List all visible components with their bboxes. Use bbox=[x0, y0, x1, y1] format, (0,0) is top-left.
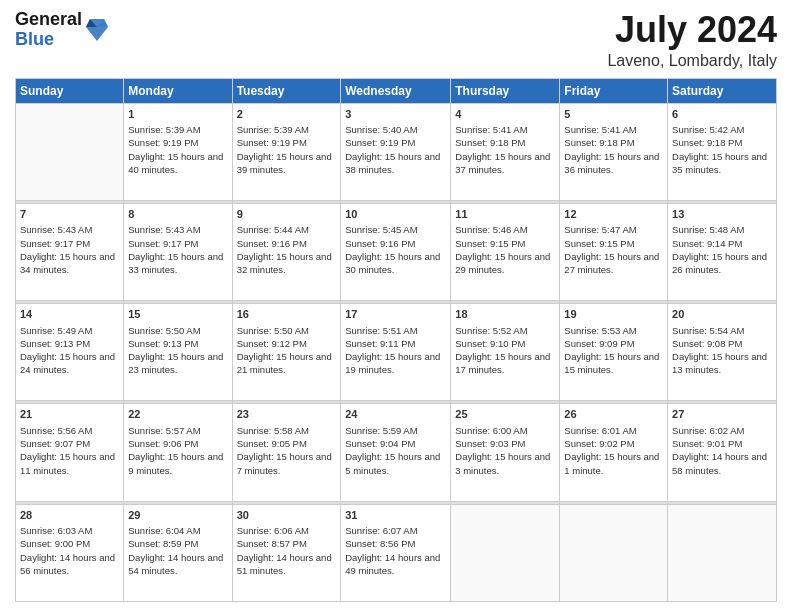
sunset-text: Sunset: 9:18 PM bbox=[672, 137, 742, 148]
weekday-header-row: Sunday Monday Tuesday Wednesday Thursday… bbox=[16, 78, 777, 103]
day-number: 25 bbox=[455, 407, 555, 422]
calendar-cell: 27Sunrise: 6:02 AMSunset: 9:01 PMDayligh… bbox=[668, 404, 777, 501]
daylight-text: Daylight: 14 hours and 58 minutes. bbox=[672, 451, 767, 475]
daylight-text: Daylight: 14 hours and 56 minutes. bbox=[20, 552, 115, 576]
calendar-cell: 13Sunrise: 5:48 AMSunset: 9:14 PMDayligh… bbox=[668, 203, 777, 300]
day-number: 10 bbox=[345, 207, 446, 222]
sunrise-text: Sunrise: 5:56 AM bbox=[20, 425, 92, 436]
header-monday: Monday bbox=[124, 78, 232, 103]
calendar-cell: 23Sunrise: 5:58 AMSunset: 9:05 PMDayligh… bbox=[232, 404, 341, 501]
sunset-text: Sunset: 9:02 PM bbox=[564, 438, 634, 449]
calendar-cell bbox=[560, 504, 668, 601]
calendar-cell: 26Sunrise: 6:01 AMSunset: 9:02 PMDayligh… bbox=[560, 404, 668, 501]
logo: General Blue bbox=[15, 10, 108, 50]
sunset-text: Sunset: 9:04 PM bbox=[345, 438, 415, 449]
sunrise-text: Sunrise: 5:48 AM bbox=[672, 224, 744, 235]
sunrise-text: Sunrise: 6:03 AM bbox=[20, 525, 92, 536]
day-number: 22 bbox=[128, 407, 227, 422]
sunset-text: Sunset: 9:19 PM bbox=[128, 137, 198, 148]
sunset-text: Sunset: 9:12 PM bbox=[237, 338, 307, 349]
sunset-text: Sunset: 9:15 PM bbox=[564, 238, 634, 249]
daylight-text: Daylight: 15 hours and 30 minutes. bbox=[345, 251, 440, 275]
logo-line1: General bbox=[15, 10, 82, 30]
calendar-cell: 1Sunrise: 5:39 AMSunset: 9:19 PMDaylight… bbox=[124, 103, 232, 200]
sunset-text: Sunset: 9:19 PM bbox=[237, 137, 307, 148]
calendar-cell: 29Sunrise: 6:04 AMSunset: 8:59 PMDayligh… bbox=[124, 504, 232, 601]
calendar-cell: 15Sunrise: 5:50 AMSunset: 9:13 PMDayligh… bbox=[124, 304, 232, 401]
sunset-text: Sunset: 9:07 PM bbox=[20, 438, 90, 449]
day-number: 17 bbox=[345, 307, 446, 322]
calendar-cell: 21Sunrise: 5:56 AMSunset: 9:07 PMDayligh… bbox=[16, 404, 124, 501]
daylight-text: Daylight: 15 hours and 33 minutes. bbox=[128, 251, 223, 275]
day-number: 9 bbox=[237, 207, 337, 222]
sunrise-text: Sunrise: 5:53 AM bbox=[564, 325, 636, 336]
header-tuesday: Tuesday bbox=[232, 78, 341, 103]
calendar-cell: 5Sunrise: 5:41 AMSunset: 9:18 PMDaylight… bbox=[560, 103, 668, 200]
sunrise-text: Sunrise: 5:47 AM bbox=[564, 224, 636, 235]
header-wednesday: Wednesday bbox=[341, 78, 451, 103]
sunset-text: Sunset: 9:17 PM bbox=[20, 238, 90, 249]
sunrise-text: Sunrise: 5:57 AM bbox=[128, 425, 200, 436]
daylight-text: Daylight: 15 hours and 15 minutes. bbox=[564, 351, 659, 375]
calendar-cell: 16Sunrise: 5:50 AMSunset: 9:12 PMDayligh… bbox=[232, 304, 341, 401]
title-block: July 2024 Laveno, Lombardy, Italy bbox=[607, 10, 777, 70]
sunset-text: Sunset: 9:08 PM bbox=[672, 338, 742, 349]
day-number: 23 bbox=[237, 407, 337, 422]
sunset-text: Sunset: 9:05 PM bbox=[237, 438, 307, 449]
sunrise-text: Sunrise: 6:07 AM bbox=[345, 525, 417, 536]
sunrise-text: Sunrise: 5:58 AM bbox=[237, 425, 309, 436]
calendar-cell: 6Sunrise: 5:42 AMSunset: 9:18 PMDaylight… bbox=[668, 103, 777, 200]
sunset-text: Sunset: 9:09 PM bbox=[564, 338, 634, 349]
sunset-text: Sunset: 9:13 PM bbox=[128, 338, 198, 349]
day-number: 26 bbox=[564, 407, 663, 422]
calendar-cell: 25Sunrise: 6:00 AMSunset: 9:03 PMDayligh… bbox=[451, 404, 560, 501]
daylight-text: Daylight: 15 hours and 29 minutes. bbox=[455, 251, 550, 275]
sunrise-text: Sunrise: 5:50 AM bbox=[128, 325, 200, 336]
sunrise-text: Sunrise: 5:54 AM bbox=[672, 325, 744, 336]
sunset-text: Sunset: 9:03 PM bbox=[455, 438, 525, 449]
calendar-cell: 20Sunrise: 5:54 AMSunset: 9:08 PMDayligh… bbox=[668, 304, 777, 401]
sunset-text: Sunset: 9:06 PM bbox=[128, 438, 198, 449]
day-number: 24 bbox=[345, 407, 446, 422]
daylight-text: Daylight: 15 hours and 19 minutes. bbox=[345, 351, 440, 375]
logo-icon bbox=[86, 17, 108, 43]
calendar-cell: 22Sunrise: 5:57 AMSunset: 9:06 PMDayligh… bbox=[124, 404, 232, 501]
header: General Blue July 2024 Laveno, Lombardy,… bbox=[15, 10, 777, 70]
sunset-text: Sunset: 9:17 PM bbox=[128, 238, 198, 249]
sunrise-text: Sunrise: 5:52 AM bbox=[455, 325, 527, 336]
calendar-cell: 19Sunrise: 5:53 AMSunset: 9:09 PMDayligh… bbox=[560, 304, 668, 401]
sunset-text: Sunset: 9:16 PM bbox=[237, 238, 307, 249]
day-number: 5 bbox=[564, 107, 663, 122]
sunrise-text: Sunrise: 5:42 AM bbox=[672, 124, 744, 135]
header-sunday: Sunday bbox=[16, 78, 124, 103]
day-number: 15 bbox=[128, 307, 227, 322]
calendar-cell bbox=[668, 504, 777, 601]
calendar-cell: 12Sunrise: 5:47 AMSunset: 9:15 PMDayligh… bbox=[560, 203, 668, 300]
calendar-cell: 4Sunrise: 5:41 AMSunset: 9:18 PMDaylight… bbox=[451, 103, 560, 200]
sunrise-text: Sunrise: 5:43 AM bbox=[20, 224, 92, 235]
calendar-cell: 28Sunrise: 6:03 AMSunset: 9:00 PMDayligh… bbox=[16, 504, 124, 601]
calendar-week-row: 21Sunrise: 5:56 AMSunset: 9:07 PMDayligh… bbox=[16, 404, 777, 501]
day-number: 21 bbox=[20, 407, 119, 422]
calendar-week-row: 14Sunrise: 5:49 AMSunset: 9:13 PMDayligh… bbox=[16, 304, 777, 401]
location: Laveno, Lombardy, Italy bbox=[607, 52, 777, 70]
daylight-text: Daylight: 15 hours and 32 minutes. bbox=[237, 251, 332, 275]
day-number: 12 bbox=[564, 207, 663, 222]
calendar-cell: 24Sunrise: 5:59 AMSunset: 9:04 PMDayligh… bbox=[341, 404, 451, 501]
sunset-text: Sunset: 8:59 PM bbox=[128, 538, 198, 549]
header-saturday: Saturday bbox=[668, 78, 777, 103]
daylight-text: Daylight: 15 hours and 36 minutes. bbox=[564, 151, 659, 175]
calendar-cell: 31Sunrise: 6:07 AMSunset: 8:56 PMDayligh… bbox=[341, 504, 451, 601]
daylight-text: Daylight: 15 hours and 13 minutes. bbox=[672, 351, 767, 375]
day-number: 6 bbox=[672, 107, 772, 122]
daylight-text: Daylight: 15 hours and 26 minutes. bbox=[672, 251, 767, 275]
day-number: 29 bbox=[128, 508, 227, 523]
calendar-cell: 17Sunrise: 5:51 AMSunset: 9:11 PMDayligh… bbox=[341, 304, 451, 401]
header-friday: Friday bbox=[560, 78, 668, 103]
sunrise-text: Sunrise: 6:00 AM bbox=[455, 425, 527, 436]
daylight-text: Daylight: 14 hours and 49 minutes. bbox=[345, 552, 440, 576]
daylight-text: Daylight: 15 hours and 24 minutes. bbox=[20, 351, 115, 375]
day-number: 30 bbox=[237, 508, 337, 523]
sunset-text: Sunset: 9:18 PM bbox=[455, 137, 525, 148]
sunrise-text: Sunrise: 5:40 AM bbox=[345, 124, 417, 135]
